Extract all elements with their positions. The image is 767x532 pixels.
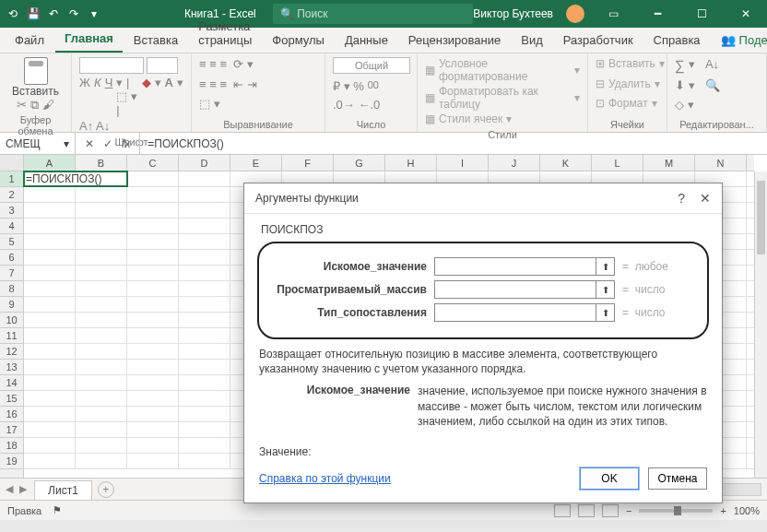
column-header[interactable]: B [76, 155, 127, 171]
ok-button[interactable]: OK [580, 467, 639, 490]
cell[interactable] [179, 250, 230, 265]
number-format[interactable]: Общий [333, 57, 410, 74]
cell[interactable] [179, 266, 230, 280]
cell[interactable] [179, 281, 230, 296]
conditional-formatting[interactable]: ▦ Условное форматирование ▾ [425, 57, 580, 83]
sum-icon[interactable]: ∑ [675, 57, 685, 73]
help-icon[interactable]: ? [678, 191, 685, 206]
dialog-close-icon[interactable]: ✕ [700, 191, 711, 206]
row-header[interactable]: 8 [0, 281, 23, 297]
cell[interactable] [179, 454, 230, 468]
column-header[interactable]: L [592, 155, 643, 171]
row-header[interactable]: 11 [0, 328, 23, 344]
zoom-level[interactable]: 100% [734, 505, 760, 516]
minimize-icon[interactable]: ━ [642, 0, 673, 28]
sort-icon[interactable]: A↓ [705, 57, 719, 73]
cell[interactable] [179, 375, 230, 390]
cell-A1[interactable]: =ПОИСКПОЗ() [24, 171, 127, 186]
sheet-nav[interactable]: ◀ ▶ [6, 483, 29, 495]
cell[interactable] [24, 203, 76, 218]
tab-insert[interactable]: Вставка [124, 28, 187, 53]
maximize-icon[interactable]: ☐ [686, 0, 717, 28]
column-header[interactable]: M [643, 155, 695, 171]
cell[interactable] [24, 344, 76, 359]
cell[interactable] [127, 234, 179, 249]
format-painter-icon[interactable]: 🖌 [42, 98, 54, 112]
cell[interactable] [127, 344, 179, 359]
undo-icon[interactable]: ↶ [46, 6, 61, 21]
cell[interactable] [76, 422, 127, 437]
tab-home[interactable]: Главная [55, 26, 123, 53]
chevron-down-icon[interactable]: ▾ [64, 137, 69, 150]
cell[interactable] [127, 391, 179, 406]
redo-icon[interactable]: ↷ [66, 6, 81, 21]
cell[interactable] [76, 391, 127, 406]
cell[interactable] [179, 407, 230, 421]
cell[interactable] [76, 313, 127, 327]
cell[interactable] [76, 344, 127, 359]
cell[interactable] [179, 171, 230, 186]
qat-dropdown-icon[interactable]: ▾ [87, 6, 101, 21]
insert-cells[interactable]: ⊞ Вставить ▾ [596, 57, 659, 70]
cell[interactable] [24, 297, 76, 312]
cell[interactable] [24, 360, 76, 374]
tab-help[interactable]: Справка [644, 28, 710, 53]
sheet-tab-active[interactable]: Лист1 [34, 480, 92, 500]
cell[interactable] [179, 297, 230, 312]
cell[interactable] [179, 328, 230, 343]
cancel-button[interactable]: Отмена [648, 467, 707, 490]
column-header[interactable]: J [489, 155, 540, 171]
cell[interactable] [24, 313, 76, 327]
cell[interactable] [127, 297, 179, 312]
cell[interactable] [24, 407, 76, 421]
format-cells[interactable]: ⊡ Формат ▾ [596, 97, 659, 110]
cell[interactable] [76, 375, 127, 390]
cell[interactable] [127, 187, 179, 202]
tab-data[interactable]: Данные [336, 28, 397, 53]
arg-input-2[interactable] [434, 303, 596, 322]
row-header[interactable]: 6 [0, 250, 23, 266]
column-header[interactable]: N [695, 155, 747, 171]
range-picker-icon[interactable]: ⬆ [596, 303, 615, 322]
arg-input-0[interactable] [434, 257, 596, 276]
delete-cells[interactable]: ⊟ Удалить ▾ [596, 77, 659, 90]
range-picker-icon[interactable]: ⬆ [596, 257, 615, 276]
add-sheet-button[interactable]: + [98, 481, 114, 498]
cell[interactable] [76, 328, 127, 343]
zoom-out-icon[interactable]: − [626, 505, 631, 516]
cell[interactable] [76, 266, 127, 280]
arg-input-1[interactable] [434, 280, 596, 299]
font-size[interactable] [147, 57, 178, 74]
cell[interactable] [24, 234, 76, 249]
cell[interactable] [76, 407, 127, 421]
fx-icon[interactable]: fx [122, 137, 130, 150]
cell[interactable] [24, 250, 76, 265]
cell[interactable] [76, 234, 127, 249]
cell[interactable] [76, 454, 127, 468]
row-header[interactable]: 2 [0, 187, 23, 203]
cell[interactable] [127, 422, 179, 437]
row-header[interactable]: 10 [0, 313, 23, 328]
row-header[interactable]: 14 [0, 375, 23, 391]
format-as-table[interactable]: ▦ Форматировать как таблицу ▾ [425, 85, 580, 111]
avatar[interactable] [566, 5, 584, 23]
cell[interactable] [179, 219, 230, 233]
cell[interactable] [24, 454, 76, 468]
cell[interactable] [24, 281, 76, 296]
cell[interactable] [127, 266, 179, 280]
cut-icon[interactable]: ✂ [17, 98, 27, 112]
zoom-slider[interactable] [639, 509, 713, 513]
row-header[interactable]: 18 [0, 438, 23, 454]
row-header[interactable]: 13 [0, 360, 23, 375]
cell[interactable] [179, 234, 230, 249]
accessibility-icon[interactable]: ⚑ [53, 504, 62, 516]
cell[interactable] [179, 344, 230, 359]
row-header[interactable]: 1 [0, 171, 23, 187]
font-family[interactable] [79, 57, 144, 74]
cell[interactable] [76, 438, 127, 453]
fill-icon[interactable]: ⬇ [675, 78, 685, 92]
cell[interactable] [76, 187, 127, 202]
row-header[interactable]: 19 [0, 454, 23, 469]
cell-styles[interactable]: ▦ Стили ячеек ▾ [425, 112, 580, 125]
cancel-formula-icon[interactable]: ✕ [85, 137, 94, 150]
